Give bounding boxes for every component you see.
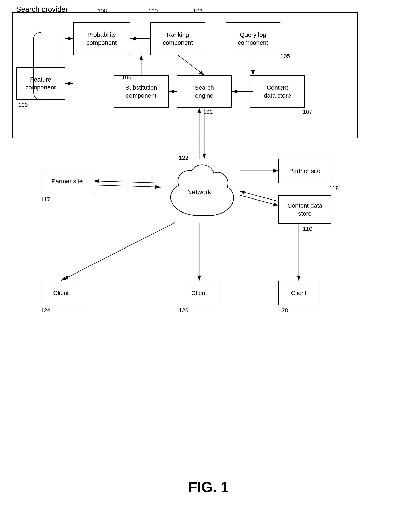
content-store-bottom-box: Content datastore	[278, 195, 331, 224]
probability-component-label: Probabilitycomponent	[87, 31, 117, 47]
client-mid-box: Client	[179, 281, 219, 305]
ref-126: 126	[179, 307, 188, 314]
ref-128: 128	[278, 307, 288, 314]
client-left-box: Client	[41, 281, 81, 305]
partner-site-right-label: Partner site	[289, 167, 320, 175]
partner-site-left-box: Partner site	[41, 169, 94, 193]
ref-118: 118	[329, 185, 339, 192]
ref-124: 124	[41, 307, 50, 314]
svg-line-18	[240, 191, 278, 201]
probability-component-box: Probabilitycomponent	[73, 22, 130, 55]
ranking-component-label: Rankingcomponent	[163, 31, 193, 47]
substitution-component-label: Substitutioncomponent	[125, 84, 157, 99]
ref-110: 110	[303, 226, 312, 232]
content-store-bottom-label: Content datastore	[287, 202, 322, 217]
network-cloud: Network	[158, 159, 240, 224]
svg-line-14	[94, 181, 161, 183]
ref-108: 108	[98, 8, 107, 14]
svg-text:Network: Network	[187, 188, 211, 196]
partner-site-right-box: Partner site	[278, 159, 331, 183]
client-right-label: Client	[291, 289, 307, 297]
client-mid-label: Client	[191, 289, 207, 297]
feature-component-label: Featurecomponent	[26, 75, 56, 91]
ref-100: 100	[148, 8, 158, 14]
content-store-top-label: Contentdata store	[264, 84, 291, 99]
search-engine-label: Searchengine	[195, 84, 214, 99]
ref-105: 105	[281, 53, 290, 59]
ref-106: 106	[122, 74, 132, 81]
client-right-box: Client	[278, 281, 319, 305]
ref-107: 107	[303, 109, 312, 115]
svg-line-19	[61, 223, 175, 281]
ranking-component-box: Rankingcomponent	[150, 22, 205, 55]
client-left-label: Client	[53, 289, 69, 297]
feature-component-box: Featurecomponent	[16, 67, 65, 100]
search-provider-label: Search provider	[16, 5, 68, 14]
content-store-top-box: Contentdata store	[250, 75, 305, 108]
fig-label: FIG. 1	[0, 479, 417, 495]
query-log-component-label: Query logcomponent	[238, 31, 268, 47]
partner-site-left-label: Partner site	[52, 177, 83, 185]
svg-line-17	[240, 195, 278, 205]
ref-103: 103	[193, 8, 203, 14]
ref-109: 109	[18, 102, 28, 108]
search-engine-box: Searchengine	[177, 75, 232, 108]
ref-102: 102	[203, 109, 213, 115]
ref-122: 122	[179, 155, 188, 161]
ref-117: 117	[41, 196, 50, 203]
page: Search provider 108 100 103 Probabilityc…	[0, 0, 417, 532]
svg-line-15	[94, 185, 161, 187]
query-log-component-box: Query logcomponent	[226, 22, 281, 55]
